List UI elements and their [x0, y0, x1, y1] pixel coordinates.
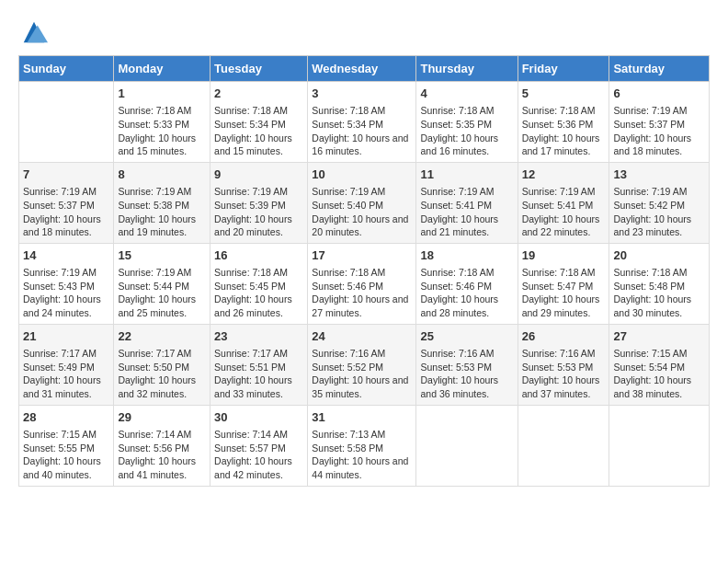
- day-info: Sunrise: 7:18 AMSunset: 5:46 PMDaylight:…: [420, 266, 513, 320]
- day-number: 30: [214, 409, 303, 426]
- day-info: Sunrise: 7:19 AMSunset: 5:39 PMDaylight:…: [214, 185, 303, 239]
- day-number: 22: [118, 328, 206, 345]
- day-info: Sunrise: 7:13 AMSunset: 5:58 PMDaylight:…: [312, 428, 412, 482]
- day-of-week-header: Sunday: [19, 56, 114, 82]
- calendar-cell: 16Sunrise: 7:18 AMSunset: 5:45 PMDayligh…: [210, 243, 308, 324]
- day-number: 11: [420, 167, 513, 183]
- calendar-cell: 5Sunrise: 7:18 AMSunset: 5:36 PMDaylight…: [518, 82, 609, 163]
- calendar-cell: 7Sunrise: 7:19 AMSunset: 5:37 PMDaylight…: [19, 162, 114, 243]
- day-of-week-header: Monday: [114, 56, 210, 82]
- day-info: Sunrise: 7:18 AMSunset: 5:33 PMDaylight:…: [118, 104, 206, 158]
- calendar-week-row: 28Sunrise: 7:15 AMSunset: 5:55 PMDayligh…: [19, 405, 710, 486]
- calendar-cell: 11Sunrise: 7:19 AMSunset: 5:41 PMDayligh…: [416, 162, 518, 243]
- day-number: 27: [613, 328, 705, 345]
- calendar-cell: 30Sunrise: 7:14 AMSunset: 5:57 PMDayligh…: [210, 405, 308, 486]
- day-info: Sunrise: 7:16 AMSunset: 5:53 PMDaylight:…: [420, 347, 513, 401]
- day-info: Sunrise: 7:19 AMSunset: 5:38 PMDaylight:…: [118, 185, 206, 239]
- day-number: 18: [420, 247, 513, 264]
- day-info: Sunrise: 7:19 AMSunset: 5:37 PMDaylight:…: [613, 104, 705, 158]
- day-info: Sunrise: 7:16 AMSunset: 5:52 PMDaylight:…: [312, 347, 412, 401]
- calendar-cell: 27Sunrise: 7:15 AMSunset: 5:54 PMDayligh…: [609, 324, 710, 405]
- day-info: Sunrise: 7:19 AMSunset: 5:41 PMDaylight:…: [420, 185, 513, 239]
- calendar-cell: [609, 405, 710, 486]
- day-info: Sunrise: 7:14 AMSunset: 5:57 PMDaylight:…: [214, 428, 303, 482]
- calendar-cell: 25Sunrise: 7:16 AMSunset: 5:53 PMDayligh…: [416, 324, 518, 405]
- page-header: [18, 18, 710, 46]
- day-number: 10: [312, 167, 412, 183]
- calendar-week-row: 7Sunrise: 7:19 AMSunset: 5:37 PMDaylight…: [19, 162, 710, 243]
- calendar-cell: 9Sunrise: 7:19 AMSunset: 5:39 PMDaylight…: [210, 162, 308, 243]
- day-number: 31: [312, 409, 412, 426]
- day-number: 6: [613, 86, 705, 102]
- day-number: 23: [214, 328, 303, 345]
- day-number: 8: [118, 167, 206, 183]
- day-number: 4: [420, 86, 513, 102]
- calendar-header-row: SundayMondayTuesdayWednesdayThursdayFrid…: [19, 56, 710, 82]
- calendar-cell: 19Sunrise: 7:18 AMSunset: 5:47 PMDayligh…: [518, 243, 609, 324]
- day-number: 29: [118, 409, 206, 426]
- day-number: 15: [118, 247, 206, 264]
- day-info: Sunrise: 7:18 AMSunset: 5:47 PMDaylight:…: [522, 266, 606, 320]
- day-info: Sunrise: 7:18 AMSunset: 5:34 PMDaylight:…: [312, 104, 412, 158]
- calendar-cell: 31Sunrise: 7:13 AMSunset: 5:58 PMDayligh…: [308, 405, 416, 486]
- day-number: 14: [23, 247, 109, 264]
- day-number: 25: [420, 328, 513, 345]
- calendar-cell: 24Sunrise: 7:16 AMSunset: 5:52 PMDayligh…: [308, 324, 416, 405]
- calendar-cell: [416, 405, 518, 486]
- calendar-body: 1Sunrise: 7:18 AMSunset: 5:33 PMDaylight…: [19, 82, 710, 487]
- calendar-cell: 17Sunrise: 7:18 AMSunset: 5:46 PMDayligh…: [308, 243, 416, 324]
- day-number: 1: [118, 86, 206, 102]
- calendar-week-row: 14Sunrise: 7:19 AMSunset: 5:43 PMDayligh…: [19, 243, 710, 324]
- calendar-cell: 21Sunrise: 7:17 AMSunset: 5:49 PMDayligh…: [19, 324, 114, 405]
- day-number: 16: [214, 247, 303, 264]
- day-info: Sunrise: 7:19 AMSunset: 5:43 PMDaylight:…: [23, 266, 109, 320]
- day-number: 26: [522, 328, 606, 345]
- calendar-cell: 14Sunrise: 7:19 AMSunset: 5:43 PMDayligh…: [19, 243, 114, 324]
- calendar-cell: 18Sunrise: 7:18 AMSunset: 5:46 PMDayligh…: [416, 243, 518, 324]
- day-of-week-header: Friday: [518, 56, 609, 82]
- day-of-week-header: Thursday: [416, 56, 518, 82]
- logo: [18, 18, 48, 46]
- calendar-cell: 20Sunrise: 7:18 AMSunset: 5:48 PMDayligh…: [609, 243, 710, 324]
- day-number: 7: [23, 167, 109, 183]
- day-of-week-header: Wednesday: [308, 56, 416, 82]
- day-number: 28: [23, 409, 109, 426]
- day-of-week-header: Saturday: [609, 56, 710, 82]
- calendar-cell: 23Sunrise: 7:17 AMSunset: 5:51 PMDayligh…: [210, 324, 308, 405]
- day-info: Sunrise: 7:19 AMSunset: 5:37 PMDaylight:…: [23, 185, 109, 239]
- calendar-cell: 28Sunrise: 7:15 AMSunset: 5:55 PMDayligh…: [19, 405, 114, 486]
- calendar-cell: 26Sunrise: 7:16 AMSunset: 5:53 PMDayligh…: [518, 324, 609, 405]
- day-info: Sunrise: 7:15 AMSunset: 5:54 PMDaylight:…: [613, 347, 705, 401]
- calendar-week-row: 21Sunrise: 7:17 AMSunset: 5:49 PMDayligh…: [19, 324, 710, 405]
- day-number: 9: [214, 167, 303, 183]
- day-info: Sunrise: 7:15 AMSunset: 5:55 PMDaylight:…: [23, 428, 109, 482]
- calendar-week-row: 1Sunrise: 7:18 AMSunset: 5:33 PMDaylight…: [19, 82, 710, 163]
- day-number: 5: [522, 86, 606, 102]
- day-number: 20: [613, 247, 705, 264]
- calendar-cell: 13Sunrise: 7:19 AMSunset: 5:42 PMDayligh…: [609, 162, 710, 243]
- day-info: Sunrise: 7:17 AMSunset: 5:51 PMDaylight:…: [214, 347, 303, 401]
- calendar-cell: 10Sunrise: 7:19 AMSunset: 5:40 PMDayligh…: [308, 162, 416, 243]
- day-number: 21: [23, 328, 109, 345]
- calendar-cell: 3Sunrise: 7:18 AMSunset: 5:34 PMDaylight…: [308, 82, 416, 163]
- day-info: Sunrise: 7:19 AMSunset: 5:41 PMDaylight:…: [522, 185, 606, 239]
- calendar-cell: 22Sunrise: 7:17 AMSunset: 5:50 PMDayligh…: [114, 324, 210, 405]
- day-number: 12: [522, 167, 606, 183]
- day-info: Sunrise: 7:14 AMSunset: 5:56 PMDaylight:…: [118, 428, 206, 482]
- day-number: 17: [312, 247, 412, 264]
- calendar-cell: 4Sunrise: 7:18 AMSunset: 5:35 PMDaylight…: [416, 82, 518, 163]
- day-info: Sunrise: 7:18 AMSunset: 5:48 PMDaylight:…: [613, 266, 705, 320]
- day-info: Sunrise: 7:18 AMSunset: 5:36 PMDaylight:…: [522, 104, 606, 158]
- day-number: 2: [214, 86, 303, 102]
- day-info: Sunrise: 7:18 AMSunset: 5:35 PMDaylight:…: [420, 104, 513, 158]
- calendar-cell: 15Sunrise: 7:19 AMSunset: 5:44 PMDayligh…: [114, 243, 210, 324]
- day-number: 3: [312, 86, 412, 102]
- day-info: Sunrise: 7:16 AMSunset: 5:53 PMDaylight:…: [522, 347, 606, 401]
- day-info: Sunrise: 7:18 AMSunset: 5:46 PMDaylight:…: [312, 266, 412, 320]
- calendar-cell: 6Sunrise: 7:19 AMSunset: 5:37 PMDaylight…: [609, 82, 710, 163]
- day-info: Sunrise: 7:17 AMSunset: 5:49 PMDaylight:…: [23, 347, 109, 401]
- day-number: 13: [613, 167, 705, 183]
- calendar-cell: [19, 82, 114, 163]
- day-info: Sunrise: 7:19 AMSunset: 5:42 PMDaylight:…: [613, 185, 705, 239]
- day-info: Sunrise: 7:19 AMSunset: 5:40 PMDaylight:…: [312, 185, 412, 239]
